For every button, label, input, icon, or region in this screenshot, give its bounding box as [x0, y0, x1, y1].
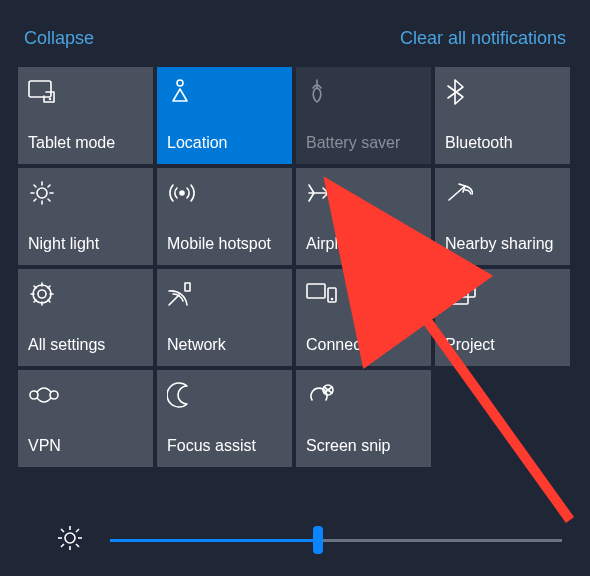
- tile-label: Network: [167, 336, 282, 354]
- svg-point-14: [33, 285, 51, 303]
- svg-line-8: [34, 185, 36, 187]
- svg-line-31: [61, 529, 64, 532]
- svg-point-13: [38, 290, 46, 298]
- settings-icon: [28, 279, 143, 309]
- tile-label: Night light: [28, 235, 143, 253]
- tile-label: Battery saver: [306, 134, 421, 152]
- vpn-icon: [28, 380, 143, 410]
- action-center-header: Collapse Clear all notifications: [0, 0, 590, 67]
- brightness-slider[interactable]: [110, 528, 562, 552]
- tile-night-light[interactable]: Night light: [18, 168, 153, 265]
- project-icon: [445, 279, 560, 309]
- tile-label: Mobile hotspot: [167, 235, 282, 253]
- tile-vpn[interactable]: VPN: [18, 370, 153, 467]
- mobile-hotspot-icon: [167, 178, 282, 208]
- nearby-sharing-icon: [445, 178, 560, 208]
- battery-saver-icon: [306, 77, 421, 107]
- svg-point-18: [332, 299, 333, 300]
- tile-all-settings[interactable]: All settings: [18, 269, 153, 366]
- brightness-icon: [56, 524, 84, 556]
- svg-line-10: [34, 199, 36, 201]
- tile-mobile-hotspot[interactable]: Mobile hotspot: [157, 168, 292, 265]
- collapse-link[interactable]: Collapse: [24, 28, 94, 49]
- tile-focus-assist[interactable]: Focus assist: [157, 370, 292, 467]
- tile-screen-snip[interactable]: Screen snip: [296, 370, 431, 467]
- network-icon: [167, 279, 282, 309]
- svg-line-33: [61, 544, 64, 547]
- svg-point-3: [37, 188, 47, 198]
- svg-rect-16: [307, 284, 325, 298]
- tile-nearby-sharing[interactable]: Nearby sharing: [435, 168, 570, 265]
- tile-battery-saver: Battery saver: [296, 67, 431, 164]
- tile-label: Project: [445, 336, 560, 354]
- slider-thumb[interactable]: [313, 526, 323, 554]
- night-light-icon: [28, 178, 143, 208]
- svg-line-34: [76, 529, 79, 532]
- screen-snip-icon: [306, 380, 421, 410]
- location-icon: [167, 77, 282, 107]
- quick-action-tiles: Tablet modeLocationBattery saverBluetoot…: [0, 67, 590, 467]
- svg-rect-0: [29, 81, 51, 97]
- svg-point-1: [50, 99, 51, 100]
- tile-label: Connect: [306, 336, 421, 354]
- tile-label: Location: [167, 134, 282, 152]
- svg-rect-15: [185, 283, 190, 291]
- tile-connect[interactable]: Connect: [296, 269, 431, 366]
- tile-location[interactable]: Location: [157, 67, 292, 164]
- tile-network[interactable]: Network: [157, 269, 292, 366]
- slider-track-fill: [110, 539, 318, 542]
- tile-label: Airplane mode: [306, 235, 421, 253]
- tile-label: Tablet mode: [28, 134, 143, 152]
- airplane-icon: [306, 178, 421, 208]
- svg-point-2: [177, 80, 183, 86]
- tile-airplane-mode[interactable]: Airplane mode: [296, 168, 431, 265]
- svg-line-9: [48, 199, 50, 201]
- focus-assist-icon: [167, 380, 282, 410]
- clear-all-link[interactable]: Clear all notifications: [400, 28, 566, 49]
- tile-label: VPN: [28, 437, 143, 455]
- bluetooth-icon: [445, 77, 560, 107]
- tile-project[interactable]: Project: [435, 269, 570, 366]
- svg-line-32: [76, 544, 79, 547]
- tile-label: Focus assist: [167, 437, 282, 455]
- tile-tablet-mode[interactable]: Tablet mode: [18, 67, 153, 164]
- tile-label: Nearby sharing: [445, 235, 560, 253]
- connect-icon: [306, 279, 421, 309]
- svg-line-11: [48, 185, 50, 187]
- tablet-mode-icon: [28, 77, 143, 107]
- tile-label: All settings: [28, 336, 143, 354]
- tile-bluetooth[interactable]: Bluetooth: [435, 67, 570, 164]
- tile-label: Bluetooth: [445, 134, 560, 152]
- brightness-row: [0, 528, 590, 552]
- svg-point-12: [180, 191, 184, 195]
- svg-point-26: [65, 533, 75, 543]
- tile-label: Screen snip: [306, 437, 421, 455]
